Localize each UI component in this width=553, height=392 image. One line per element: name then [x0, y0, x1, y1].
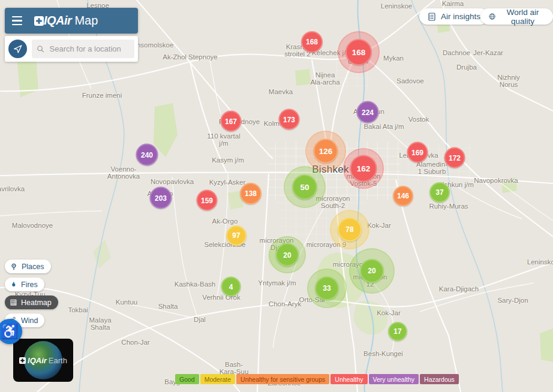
aqi-marker-162[interactable]: 162 — [350, 155, 377, 182]
search-icon — [37, 44, 45, 54]
map-stage: LesnoeLeninskoeKairmaKomsomolskoeAk-Zhol… — [0, 0, 553, 392]
aqi-marker-169[interactable]: 169 — [407, 142, 428, 163]
menu-icon[interactable] — [12, 14, 22, 28]
legend-chip-good: Good — [175, 374, 199, 384]
flame-icon — [10, 281, 17, 289]
aqi-marker-4[interactable]: 4 — [221, 277, 241, 297]
earth-widget-title: IQAir Earth — [19, 356, 67, 365]
globe-icon — [488, 11, 496, 22]
brand-name: IQAir — [28, 356, 47, 365]
layer-label-wind: Wind — [21, 316, 38, 325]
world-air-quality-label: World air quality — [500, 8, 545, 26]
iqair-logo-icon — [34, 16, 44, 26]
aqi-marker-159[interactable]: 159 — [197, 190, 218, 211]
layer-label-places: Places — [22, 263, 44, 271]
aqi-marker-33[interactable]: 33 — [315, 276, 339, 300]
search-card — [5, 36, 138, 62]
locate-me-button[interactable] — [8, 40, 27, 58]
app-header: IQAir Map — [5, 8, 138, 34]
aqi-marker-146[interactable]: 146 — [393, 186, 413, 206]
legend-chip-unhealthy: Unhealthy — [330, 374, 367, 384]
aqi-legend: GoodModerateUnhealthy for sensitive grou… — [175, 374, 459, 384]
aqi-marker-167[interactable]: 167 — [221, 111, 242, 132]
app-title: IQAir Map — [44, 14, 98, 28]
brand-name: IQAir — [44, 14, 71, 28]
layer-label-heatmap: Heatmap — [21, 298, 52, 307]
search-field[interactable] — [32, 40, 134, 58]
layer-button-places[interactable]: Places — [5, 260, 51, 273]
aqi-marker-126[interactable]: 126 — [314, 139, 338, 164]
aqi-marker-203[interactable]: 203 — [150, 187, 172, 209]
wheelchair-icon: ♿ — [1, 324, 19, 339]
aqi-marker-50[interactable]: 50 — [292, 174, 317, 200]
navigation-arrow-icon — [13, 44, 23, 54]
aqi-marker-224[interactable]: 224 — [357, 101, 379, 123]
world-air-quality-button[interactable]: World air quality — [480, 8, 553, 25]
aqi-marker-172[interactable]: 172 — [444, 147, 465, 168]
search-input[interactable] — [49, 44, 130, 54]
pin-icon — [10, 263, 18, 271]
list-icon — [427, 12, 437, 22]
aqi-marker-20[interactable]: 20 — [360, 259, 384, 283]
aqi-marker-138[interactable]: 138 — [240, 183, 262, 204]
layer-label-fires: Fires — [21, 281, 38, 289]
brand-suffix: Map — [74, 14, 98, 28]
iqair-logo-icon — [19, 357, 26, 364]
aqi-marker-78[interactable]: 78 — [338, 218, 362, 242]
layer-button-heatmap[interactable]: Heatmap — [5, 295, 58, 309]
layer-button-fires[interactable]: Fires — [5, 278, 44, 291]
earth-suffix: Earth — [49, 356, 67, 365]
air-insights-label: Air insights — [441, 12, 480, 21]
legend-chip-moderate: Moderate — [200, 374, 235, 384]
iqair-earth-widget[interactable]: IQAir Earth — [13, 339, 73, 382]
aqi-marker-17[interactable]: 17 — [388, 322, 407, 341]
aqi-marker-173[interactable]: 173 — [279, 109, 300, 130]
air-insights-button[interactable]: Air insights — [419, 8, 488, 25]
aqi-marker-240[interactable]: 240 — [136, 144, 158, 166]
aqi-marker-37[interactable]: 37 — [429, 182, 450, 203]
legend-chip-hazardous: Hazardous — [420, 374, 459, 384]
grid-icon — [10, 298, 17, 306]
legend-chip-unhealthy-for-sensitive-groups: Unhealthy for sensitive groups — [236, 374, 329, 384]
aqi-marker-168[interactable]: 168 — [301, 31, 323, 53]
aqi-marker-168[interactable]: 168 — [345, 39, 372, 65]
legend-chip-very-unhealthy: Very unhealthy — [369, 374, 419, 384]
aqi-marker-20[interactable]: 20 — [276, 243, 299, 267]
aqi-marker-97[interactable]: 97 — [226, 225, 247, 246]
